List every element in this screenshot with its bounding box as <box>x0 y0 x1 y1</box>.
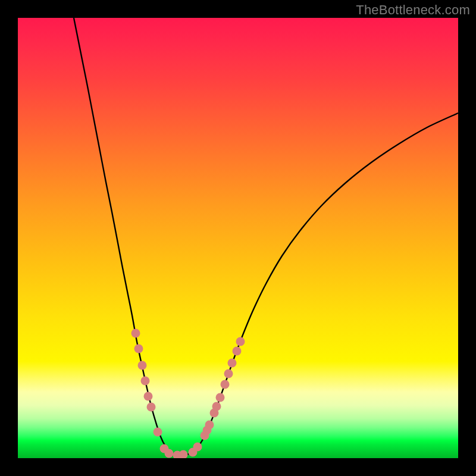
watermark-text: TheBottleneck.com <box>356 2 470 18</box>
data-dot <box>179 450 188 459</box>
data-dot <box>212 402 221 411</box>
data-dot <box>216 393 225 402</box>
data-dots <box>131 329 245 459</box>
data-dot <box>134 345 143 353</box>
data-dot <box>224 369 233 378</box>
chart-svg <box>18 18 458 458</box>
data-dot <box>193 443 202 452</box>
bottleneck-curve <box>74 18 458 455</box>
data-dot <box>221 380 230 389</box>
data-dot <box>141 377 150 386</box>
data-dot <box>233 347 242 356</box>
chart-frame: TheBottleneck.com <box>0 0 476 476</box>
data-dot <box>131 329 140 338</box>
data-dot <box>165 449 174 458</box>
plot-area <box>18 18 458 458</box>
data-dot <box>154 428 162 437</box>
data-dot <box>144 392 153 401</box>
data-dot <box>228 359 237 368</box>
data-dot <box>138 361 147 370</box>
data-dot <box>236 337 245 346</box>
data-dot <box>147 403 156 412</box>
data-dot <box>205 421 214 430</box>
